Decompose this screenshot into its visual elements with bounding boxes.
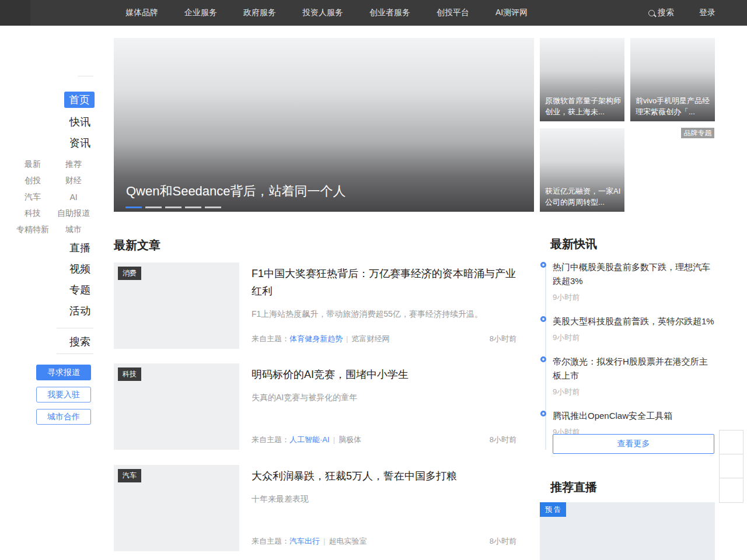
topic-label: 来自主题： [252, 334, 289, 343]
sidebar-item-topics[interactable]: 专题 [0, 283, 90, 297]
search-label: 搜索 [658, 8, 674, 18]
sidebar-sub-latest[interactable]: 最新 [13, 156, 53, 173]
sidebar-subcategories: 最新 推荐 创投 财经 汽车 AI 科技 自助报道 专精特新 城市 [13, 156, 95, 238]
news-time: 9小时前 [553, 387, 715, 397]
join-us-button[interactable]: 我要入驻 [36, 387, 91, 402]
seek-report-button[interactable]: 寻求报道 [36, 365, 91, 380]
news-time: 9小时前 [553, 292, 715, 303]
article-thumbnail[interactable]: 科技 [114, 363, 239, 450]
news-title[interactable]: 美股大型科技股盘前普跌，英特尔跌超1% [553, 314, 715, 328]
sidebar-sub-ai[interactable]: AI [53, 189, 95, 205]
article-title[interactable]: 明码标价的AI竞赛，围堵中小学生 [252, 366, 516, 383]
article-row: 汽车 大众利润暴跌，狂裁5万人，誓在中国多打粮 十年来最差表现 来自主题：汽车出… [114, 465, 516, 551]
article-footer: 来自主题：体育健身新趋势|览富财经网 8小时前 [252, 334, 516, 344]
sidebar-sub-venture[interactable]: 创投 [13, 173, 53, 189]
article-row: 科技 明码标价的AI竞赛，围堵中小学生 失真的AI竞赛与被异化的童年 来自主题：… [114, 363, 516, 450]
sidebar-item-video[interactable]: 视频 [0, 262, 90, 276]
sidebar-sub-specialized[interactable]: 专精特新 [13, 222, 53, 238]
hero-carousel[interactable]: Qwen和Seedance背后，站着同一个人 [114, 38, 534, 212]
article-summary: 十年来最差表现 [252, 493, 516, 505]
login-button[interactable]: 登录 [699, 8, 715, 18]
article-source: 超电实验室 [329, 537, 366, 545]
sidebar-item-kuaixun[interactable]: 快讯 [0, 115, 90, 129]
nav-enterprise-services[interactable]: 企业服务 [184, 8, 217, 18]
floating-tool-button[interactable] [720, 478, 743, 502]
news-list: 热门中概股美股盘前多数下跌，理想汽车跌超3% 9小时前 美股大型科技股盘前普跌，… [540, 260, 715, 449]
sidebar-top-divider [78, 76, 93, 76]
sidebar-sub-tech[interactable]: 科技 [13, 205, 53, 222]
topic-link[interactable]: 汽车出行 [289, 537, 320, 545]
side-card[interactable]: 原微软首席量子架构师创业，获上海未... [540, 38, 624, 121]
search-button[interactable]: 搜索 [648, 8, 674, 18]
sidebar-item-search[interactable]: 搜索 [0, 335, 90, 349]
recommended-live-heading: 推荐直播 [550, 480, 597, 495]
side-card[interactable]: 前vivo手机明星产品经理宋紫薇创办「... [630, 38, 715, 121]
search-icon [648, 10, 655, 16]
sidebar-item-home[interactable]: 首页 [64, 92, 95, 108]
floating-tool-button[interactable] [720, 454, 743, 478]
nav-vc-platform[interactable]: 创投平台 [437, 8, 469, 18]
sidebar-item-live[interactable]: 直播 [0, 241, 90, 255]
article-thumbnail[interactable]: 汽车 [114, 465, 239, 551]
timeline-dot-icon [540, 356, 546, 362]
carousel-dot[interactable] [125, 206, 142, 208]
site-logo[interactable] [0, 0, 30, 26]
nav-founder-services[interactable]: 创业者服务 [369, 8, 410, 18]
carousel-dot[interactable] [165, 206, 181, 208]
top-navigation: 媒体品牌 企业服务 政府服务 投资人服务 创业者服务 创投平台 AI测评网 [125, 0, 528, 26]
article-category-tag: 消费 [118, 267, 141, 280]
nav-ai-review[interactable]: AI测评网 [495, 8, 528, 18]
article-thumbnail[interactable]: 消费 [114, 262, 239, 349]
article-title[interactable]: F1中国大奖赛狂热背后：万亿赛事经济的资本暗涌与产业红利 [252, 265, 516, 300]
article-body: 明码标价的AI竞赛，围堵中小学生 失真的AI竞赛与被异化的童年 来自主题：人工智… [252, 363, 516, 450]
carousel-dot[interactable] [145, 206, 162, 208]
nav-government-services[interactable]: 政府服务 [243, 8, 276, 18]
article-footer: 来自主题：人工智能·AI|脑极体 8小时前 [252, 435, 516, 445]
article-category-tag: 汽车 [118, 469, 141, 482]
nav-investor-services[interactable]: 投资人服务 [302, 8, 343, 18]
article-body: 大众利润暴跌，狂裁5万人，誓在中国多打粮 十年来最差表现 来自主题：汽车出行|超… [252, 465, 516, 551]
article-footer: 来自主题：汽车出行|超电实验室 8小时前 [252, 536, 516, 547]
sidebar-item-zixun[interactable]: 资讯 [0, 136, 90, 150]
carousel-dot[interactable] [205, 206, 221, 208]
topic-link[interactable]: 体育健身新趋势 [289, 334, 343, 343]
floating-tool-button[interactable] [720, 430, 743, 454]
sidebar-sub-city[interactable]: 城市 [53, 222, 95, 238]
live-card[interactable]: 预 告 [540, 502, 715, 560]
article-time: 8小时前 [490, 334, 516, 344]
news-title[interactable]: 热门中概股美股盘前多数下跌，理想汽车跌超3% [553, 260, 715, 288]
article-source: 览富财经网 [351, 334, 389, 343]
separator: | [346, 334, 348, 343]
news-item: 热门中概股美股盘前多数下跌，理想汽车跌超3% 9小时前 [540, 260, 715, 303]
carousel-dot[interactable] [185, 206, 201, 208]
top-bar: 媒体品牌 企业服务 政府服务 投资人服务 创业者服务 创投平台 AI测评网 搜索… [0, 0, 747, 26]
news-item: 腾讯推出OpenClaw安全工具箱 9小时前 [540, 409, 715, 438]
sidebar-sub-finance[interactable]: 财经 [53, 173, 95, 189]
city-cooperation-button[interactable]: 城市合作 [36, 409, 91, 425]
sidebar-divider [57, 328, 93, 328]
side-card-caption: 前vivo手机明星产品经理宋紫薇创办「... [636, 95, 711, 117]
brand-topic-badge: 品牌专题 [681, 128, 714, 138]
carousel-indicators [125, 206, 221, 208]
live-preview-badge: 预 告 [540, 502, 566, 517]
sidebar-sub-auto[interactable]: 汽车 [13, 189, 53, 205]
view-more-button[interactable]: 查看更多 [553, 434, 714, 454]
floating-toolbar [719, 430, 743, 503]
nav-media-brand[interactable]: 媒体品牌 [125, 8, 158, 18]
latest-articles-heading: 最新文章 [114, 237, 160, 253]
side-card-caption: 获近亿元融资，一家AI公司的两周转型... [545, 186, 621, 208]
side-card[interactable]: 获近亿元融资，一家AI公司的两周转型... [540, 128, 624, 212]
article-source: 脑极体 [338, 435, 361, 444]
timeline-dot-icon [540, 411, 546, 416]
topic-label: 来自主题： [252, 435, 289, 444]
article-body: F1中国大奖赛狂热背后：万亿赛事经济的资本暗涌与产业红利 F1上海站热度飙升，带… [252, 262, 516, 349]
article-title[interactable]: 大众利润暴跌，狂裁5万人，誓在中国多打粮 [252, 467, 516, 485]
news-time: 9小时前 [553, 332, 715, 343]
topic-link[interactable]: 人工智能·AI [289, 435, 330, 444]
news-title[interactable]: 帝尔激光：拟发行H股股票并在港交所主板上市 [553, 355, 715, 383]
sidebar-sub-recommend[interactable]: 推荐 [53, 156, 95, 173]
sidebar-sub-selfreport[interactable]: 自助报道 [53, 205, 95, 222]
timeline-dot-icon [540, 316, 546, 322]
sidebar-item-events[interactable]: 活动 [0, 304, 90, 318]
news-title[interactable]: 腾讯推出OpenClaw安全工具箱 [553, 409, 715, 423]
